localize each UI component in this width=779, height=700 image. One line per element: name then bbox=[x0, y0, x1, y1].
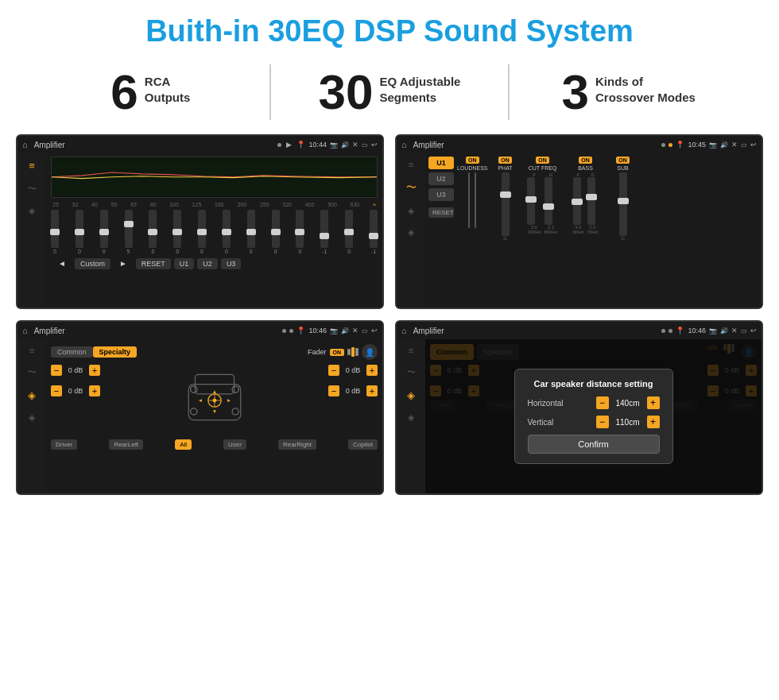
home-icon-2[interactable]: ⌂ bbox=[401, 140, 407, 149]
eq-u1-btn[interactable]: U1 bbox=[174, 258, 195, 269]
confirm-button[interactable]: Confirm bbox=[528, 435, 660, 454]
vol-icon-3: 🔊 bbox=[341, 327, 349, 335]
wave-icon-2[interactable]: 〜 bbox=[406, 180, 417, 195]
s3-plus-2[interactable]: + bbox=[89, 385, 100, 396]
s3-minus-3[interactable]: − bbox=[328, 365, 339, 376]
btn-all-3[interactable]: All bbox=[175, 439, 192, 450]
preset-u2[interactable]: U2 bbox=[428, 172, 454, 185]
btn-user-3[interactable]: User bbox=[223, 439, 246, 450]
stat-divider-1 bbox=[269, 64, 271, 120]
amp-reset-btn[interactable]: RESET bbox=[428, 207, 454, 218]
vertical-plus-btn[interactable]: + bbox=[647, 416, 660, 428]
phat-slider[interactable] bbox=[502, 172, 510, 236]
eq-icon-4[interactable]: ≡ bbox=[409, 346, 413, 355]
tab-specialty-3[interactable]: Specialty bbox=[93, 346, 138, 358]
screen4-body: ≡ 〜 ◈ ◈ Common Specialty ON bbox=[397, 339, 762, 493]
window-icon-3: ▭ bbox=[362, 327, 368, 335]
screen3-bottom-btns: Driver RearLeft All User RearRight Copil… bbox=[51, 439, 378, 450]
btn-copilot-3[interactable]: Copilot bbox=[348, 439, 378, 450]
screen-3: ⌂ Amplifier 📍 10:46 📷 🔊 ✕ ▭ ↩ ≡ 〜 ◈ ◈ Co… bbox=[16, 320, 384, 495]
screens-grid: ⌂ Amplifier ▶ 📍 10:44 📷 🔊 ✕ ▭ ↩ ≡ 〜 ◈ bbox=[0, 134, 779, 495]
sub-val: G bbox=[621, 236, 625, 241]
s3-plus-4[interactable]: + bbox=[366, 385, 378, 396]
dialog-vertical-label: Vertical bbox=[528, 418, 554, 427]
eq-icon-2[interactable]: ≡ bbox=[409, 160, 413, 169]
screen3-main: Common Specialty Fader ON 👤 bbox=[46, 339, 382, 493]
screen1-time: 10:44 bbox=[308, 141, 327, 149]
play-icon: ▶ bbox=[286, 141, 292, 149]
s3-minus-1[interactable]: − bbox=[51, 365, 62, 376]
window-icon-2: ▭ bbox=[741, 141, 747, 149]
speaker-icon[interactable]: ◈ bbox=[29, 206, 35, 216]
status-dot-2a bbox=[661, 143, 665, 147]
eq-slider-1: 0 bbox=[51, 210, 59, 254]
svg-point-12 bbox=[190, 408, 196, 415]
amp-bass: ON BASS F 3.0 90Hz bbox=[566, 157, 606, 304]
bass-slider-g[interactable] bbox=[587, 177, 595, 225]
tab-common-3[interactable]: Common bbox=[51, 346, 93, 358]
screen4-time: 10:46 bbox=[688, 327, 706, 335]
eq-preset-custom[interactable]: Custom bbox=[75, 258, 110, 269]
home-icon[interactable]: ⌂ bbox=[22, 140, 28, 149]
screen3-header-row: Common Specialty Fader ON 👤 bbox=[51, 344, 378, 360]
horizontal-minus-btn[interactable]: − bbox=[596, 396, 609, 409]
s3-plus-3[interactable]: + bbox=[366, 365, 378, 376]
screen2-body: ≡ 〜 ◈ ◈ U1 U2 U3 RESET ON LOUDN bbox=[397, 153, 762, 307]
back-icon-4[interactable]: ↩ bbox=[750, 327, 757, 335]
s3-db-row-1: − 0 dB + bbox=[51, 365, 100, 376]
user-avatar-3[interactable]: 👤 bbox=[362, 344, 378, 360]
home-icon-4[interactable]: ⌂ bbox=[401, 326, 407, 335]
vertical-minus-btn[interactable]: − bbox=[596, 416, 609, 428]
btn-driver-3[interactable]: Driver bbox=[51, 439, 77, 450]
horizontal-plus-btn[interactable]: + bbox=[647, 396, 660, 409]
close-icon-3: ✕ bbox=[352, 327, 358, 335]
phat-val: G bbox=[503, 236, 507, 241]
eq-icon-3[interactable]: ≡ bbox=[29, 346, 34, 355]
speaker-icon-2[interactable]: ◈ bbox=[408, 206, 414, 216]
preset-u1[interactable]: U1 bbox=[428, 157, 454, 169]
amp-sub: ON SUB G bbox=[609, 157, 638, 304]
eq-prev-btn[interactable]: ◄ bbox=[52, 257, 72, 269]
wave-icon-3[interactable]: 〜 bbox=[28, 366, 37, 378]
screen2-title: Amplifier bbox=[413, 141, 659, 149]
preset-u3[interactable]: U3 bbox=[428, 188, 454, 201]
wave-icon[interactable]: 〜 bbox=[28, 183, 37, 195]
extra-icon-2[interactable]: ◈ bbox=[408, 227, 414, 238]
eq-slider-7: 0 bbox=[198, 210, 206, 254]
sub-slider[interactable] bbox=[619, 172, 627, 236]
eq-reset-btn[interactable]: RESET bbox=[136, 258, 171, 269]
s3-plus-1[interactable]: + bbox=[89, 365, 100, 376]
stat-divider-2 bbox=[508, 64, 510, 120]
vertical-value: 110cm bbox=[612, 418, 644, 427]
dialog-vertical-row: Vertical − 110cm + bbox=[528, 416, 660, 428]
close-icon-4: ✕ bbox=[731, 327, 738, 335]
speaker-icon-3[interactable]: ◈ bbox=[28, 389, 36, 401]
back-icon-3[interactable]: ↩ bbox=[371, 327, 378, 335]
cutfreq-slider-g[interactable] bbox=[545, 177, 552, 225]
phat-on: ON bbox=[498, 157, 512, 164]
speaker-icon-4[interactable]: ◈ bbox=[407, 389, 415, 401]
amp-controls: ON LOUDNESS ON PHAT G bbox=[457, 157, 758, 304]
eq-icon[interactable]: ≡ bbox=[29, 160, 35, 172]
dialog-overlay: Car speaker distance setting Horizontal … bbox=[425, 339, 762, 493]
s3-minus-4[interactable]: − bbox=[328, 385, 339, 396]
dialog-horizontal-row: Horizontal − 140cm + bbox=[528, 396, 660, 409]
dialog-horizontal-label: Horizontal bbox=[528, 399, 564, 408]
extra-icon-4[interactable]: ◈ bbox=[408, 412, 414, 423]
eq-u2-btn[interactable]: U2 bbox=[197, 258, 218, 269]
cutfreq-slider-f[interactable] bbox=[527, 177, 535, 225]
wave-icon-4[interactable]: 〜 bbox=[407, 366, 416, 378]
back-icon-2[interactable]: ↩ bbox=[750, 141, 757, 149]
home-icon-3[interactable]: ⌂ bbox=[22, 326, 28, 335]
btn-rearleft-3[interactable]: RearLeft bbox=[109, 439, 143, 450]
extra-icon-3[interactable]: ◈ bbox=[29, 412, 35, 423]
eq-next-btn[interactable]: ► bbox=[114, 257, 133, 269]
eq-u3-btn[interactable]: U3 bbox=[221, 258, 242, 269]
eq-slider-2: 0 bbox=[76, 210, 83, 254]
bass-slider-f[interactable] bbox=[573, 177, 581, 225]
s3-minus-2[interactable]: − bbox=[51, 385, 62, 396]
svg-text:▼: ▼ bbox=[211, 408, 216, 414]
svg-text:►: ► bbox=[226, 397, 231, 403]
back-icon[interactable]: ↩ bbox=[371, 141, 378, 149]
btn-rearright-3[interactable]: RearRight bbox=[278, 439, 316, 450]
